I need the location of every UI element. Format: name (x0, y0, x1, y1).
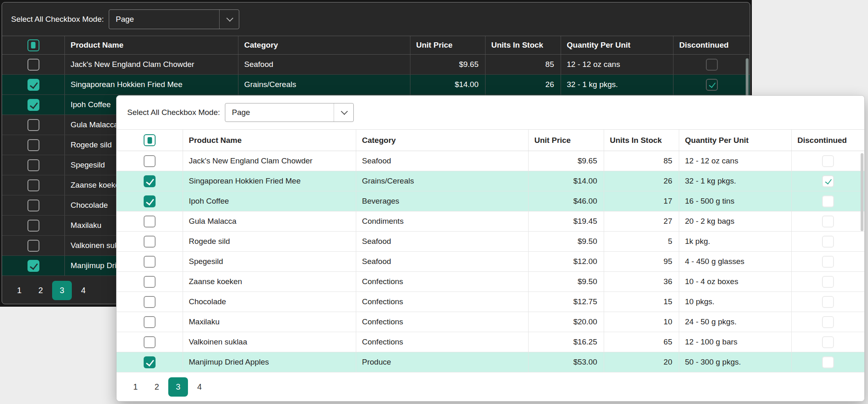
page-button-4[interactable]: 4 (73, 281, 93, 300)
product-name-cell: Spegesild (183, 252, 356, 271)
discontinued-cell (792, 171, 864, 191)
page-button-1[interactable]: 1 (126, 377, 145, 397)
table-row[interactable]: Jack's New England Clam Chowder Seafood … (117, 151, 864, 171)
discontinued-cell (792, 312, 864, 332)
page-button-3[interactable]: 3 (52, 281, 72, 300)
column-header-discontinued[interactable]: Discontinued (792, 130, 864, 151)
discontinued-checkbox[interactable] (822, 316, 834, 328)
row-select-checkbox[interactable] (144, 356, 156, 368)
discontinued-checkbox[interactable] (822, 356, 834, 368)
table-row[interactable]: Singaporean Hokkien Fried Mee Grains/Cer… (117, 171, 864, 191)
row-select-checkbox[interactable] (144, 336, 156, 348)
table-row[interactable]: Zaanse koeken Confections $9.50 36 10 - … (117, 272, 864, 292)
column-header-category[interactable]: Category (238, 36, 410, 54)
page-button-2[interactable]: 2 (147, 377, 167, 397)
discontinued-checkbox[interactable] (822, 155, 834, 167)
discontinued-checkbox[interactable] (822, 216, 834, 227)
column-header-units-in-stock[interactable]: Units In Stock (604, 130, 679, 151)
category-cell: Grains/Cereals (356, 171, 529, 191)
table-row[interactable]: Maxilaku Confections $20.00 10 24 - 50 g… (117, 312, 864, 332)
page-button-3[interactable]: 3 (168, 377, 188, 397)
select-all-mode-label: Select All Checkbox Mode: (127, 108, 220, 117)
row-select-checkbox[interactable] (27, 59, 39, 71)
column-header-discontinued[interactable]: Discontinued (673, 36, 750, 54)
category-cell: Condiments (356, 211, 529, 231)
row-select-checkbox[interactable] (144, 236, 156, 248)
scrollbar-thumb[interactable] (861, 153, 863, 231)
row-select-checkbox[interactable] (27, 240, 39, 252)
discontinued-checkbox[interactable] (822, 336, 834, 348)
table-row[interactable]: Jack's New England Clam Chowder Seafood … (2, 55, 750, 75)
row-select-checkbox[interactable] (144, 216, 156, 227)
select-all-mode-dropdown[interactable]: Page (225, 103, 354, 122)
table-row[interactable]: Spegesild Seafood $12.00 95 4 - 450 g gl… (117, 252, 864, 272)
table-row[interactable]: Ipoh Coffee Beverages $46.00 17 16 - 500… (117, 191, 864, 211)
grid-panel-light: Select All Checkbox Mode: Page Product N… (117, 96, 864, 401)
select-all-mode-dropdown[interactable]: Page (109, 9, 239, 29)
row-select-checkbox[interactable] (27, 159, 39, 171)
quantity-per-unit-cell: 32 - 1 kg pkgs. (679, 171, 792, 191)
row-select-checkbox[interactable] (144, 276, 156, 288)
row-select-checkbox[interactable] (144, 296, 156, 308)
row-select-checkbox[interactable] (27, 79, 39, 91)
row-select-checkbox[interactable] (27, 179, 39, 191)
row-select-checkbox[interactable] (144, 175, 156, 187)
table-row[interactable]: Valkoinen suklaa Confections $16.25 65 1… (117, 332, 864, 352)
product-name-cell: Gula Malacca (183, 211, 356, 231)
category-cell: Seafood (356, 232, 529, 251)
category-cell: Confections (356, 272, 529, 292)
product-name-cell: Singaporean Hokkien Fried Mee (183, 171, 356, 191)
column-header-product-name[interactable]: Product Name (65, 36, 238, 54)
chevron-down-icon (341, 108, 348, 115)
column-header-unit-price[interactable]: Unit Price (410, 36, 486, 54)
units-in-stock-cell: 17 (604, 191, 679, 211)
page-button-2[interactable]: 2 (31, 281, 50, 300)
row-select-checkbox[interactable] (144, 256, 156, 268)
column-header-quantity-per-unit[interactable]: Quantity Per Unit (679, 130, 792, 151)
column-header-units-in-stock[interactable]: Units In Stock (486, 36, 561, 54)
row-select-cell (2, 236, 65, 255)
quantity-per-unit-cell: 12 - 12 oz cans (561, 55, 673, 74)
row-select-checkbox[interactable] (27, 260, 39, 272)
select-all-checkbox[interactable] (27, 39, 39, 51)
row-select-checkbox[interactable] (27, 200, 39, 211)
units-in-stock-cell: 36 (604, 272, 679, 292)
select-all-checkbox[interactable] (144, 134, 156, 146)
table-row[interactable]: Singaporean Hokkien Fried Mee Grains/Cer… (2, 75, 750, 95)
discontinued-checkbox[interactable] (822, 195, 834, 207)
page-button-4[interactable]: 4 (190, 377, 209, 397)
row-select-checkbox[interactable] (144, 195, 156, 207)
row-select-checkbox[interactable] (144, 155, 156, 167)
column-header-product-name[interactable]: Product Name (183, 130, 356, 151)
discontinued-checkbox[interactable] (706, 79, 718, 91)
discontinued-checkbox[interactable] (706, 59, 718, 71)
table-row[interactable]: Gula Malacca Condiments $19.45 27 20 - 2… (117, 211, 864, 232)
row-select-cell (117, 312, 183, 332)
table-row[interactable]: Chocolade Confections $12.75 15 10 pkgs. (117, 292, 864, 312)
discontinued-cell (673, 55, 750, 74)
discontinued-checkbox[interactable] (822, 236, 834, 248)
column-header-quantity-per-unit[interactable]: Quantity Per Unit (561, 36, 673, 54)
column-header-unit-price[interactable]: Unit Price (529, 130, 604, 151)
row-select-checkbox[interactable] (27, 99, 39, 111)
unit-price-cell: $12.75 (529, 292, 604, 312)
table-row[interactable]: Rogede sild Seafood $9.50 5 1k pkg. (117, 232, 864, 252)
discontinued-checkbox[interactable] (822, 175, 834, 187)
table-row[interactable]: Manjimup Dried Apples Produce $53.00 20 … (117, 352, 864, 372)
row-select-cell (117, 272, 183, 292)
row-select-checkbox[interactable] (144, 316, 156, 328)
column-header-category[interactable]: Category (356, 130, 529, 151)
discontinued-checkbox[interactable] (822, 276, 834, 288)
discontinued-checkbox[interactable] (822, 256, 834, 268)
row-select-checkbox[interactable] (27, 119, 39, 131)
discontinued-cell (673, 75, 750, 94)
row-select-checkbox[interactable] (27, 220, 39, 232)
product-name-cell: Valkoinen suklaa (183, 332, 356, 352)
discontinued-checkbox[interactable] (822, 296, 834, 308)
units-in-stock-cell: 65 (604, 332, 679, 352)
quantity-per-unit-cell: 10 pkgs. (679, 292, 792, 312)
page-button-1[interactable]: 1 (9, 281, 29, 300)
vertical-scrollbar[interactable] (861, 152, 863, 372)
row-select-checkbox[interactable] (27, 139, 39, 151)
dropdown-separator (334, 103, 334, 122)
